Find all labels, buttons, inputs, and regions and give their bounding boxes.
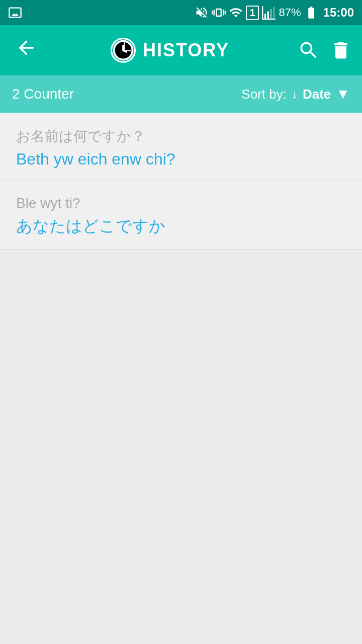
translation-text-2: あなたはどこですか bbox=[16, 215, 346, 237]
search-button[interactable] bbox=[298, 39, 320, 61]
battery-text: 87% bbox=[279, 6, 301, 19]
list-item[interactable]: お名前は何ですか？ Beth yw eich enw chi? bbox=[0, 113, 362, 181]
battery-icon bbox=[304, 6, 318, 20]
svg-rect-0 bbox=[264, 14, 266, 18]
list-item[interactable]: Ble wyt ti? あなたはどこですか bbox=[0, 181, 362, 250]
delete-button[interactable] bbox=[330, 39, 352, 61]
wifi-icon bbox=[229, 6, 243, 20]
toolbar-title: HISTORY bbox=[143, 40, 229, 61]
status-bar: 1 87% 15:00 bbox=[0, 0, 362, 25]
sort-control[interactable]: Sort by: ↓ Date ▼ bbox=[241, 86, 350, 102]
source-text-2: Ble wyt ti? bbox=[16, 195, 346, 211]
toolbar-actions bbox=[298, 39, 352, 61]
sort-value: Date bbox=[303, 87, 331, 102]
image-icon bbox=[8, 6, 22, 20]
vibrate-icon bbox=[212, 6, 226, 20]
mute-icon bbox=[195, 6, 209, 20]
toolbar-center: HISTORY bbox=[42, 38, 298, 63]
svg-rect-1 bbox=[267, 12, 269, 19]
filter-bar: 2 Counter Sort by: ↓ Date ▼ bbox=[0, 75, 362, 113]
source-text-1: お名前は何ですか？ bbox=[16, 127, 346, 146]
back-button[interactable] bbox=[10, 32, 42, 69]
dropdown-arrow-icon[interactable]: ▼ bbox=[336, 86, 350, 102]
sort-direction-icon: ↓ bbox=[292, 87, 298, 101]
empty-content-area bbox=[0, 250, 362, 644]
svg-rect-2 bbox=[270, 9, 272, 19]
status-left-icons bbox=[8, 6, 22, 20]
translation-text-1: Beth yw eich enw chi? bbox=[16, 150, 346, 169]
history-list: お名前は何ですか？ Beth yw eich enw chi? Ble wyt … bbox=[0, 113, 362, 250]
sort-by-label: Sort by: bbox=[241, 87, 287, 102]
signal1-icon bbox=[262, 6, 276, 20]
sim1-badge: 1 bbox=[246, 6, 258, 20]
filter-count: 2 Counter bbox=[12, 86, 241, 102]
status-time: 15:00 bbox=[323, 6, 354, 20]
history-clock-icon bbox=[111, 38, 136, 63]
status-right-icons: 1 87% 15:00 bbox=[195, 6, 354, 20]
svg-rect-3 bbox=[273, 7, 275, 18]
toolbar: HISTORY bbox=[0, 25, 362, 75]
